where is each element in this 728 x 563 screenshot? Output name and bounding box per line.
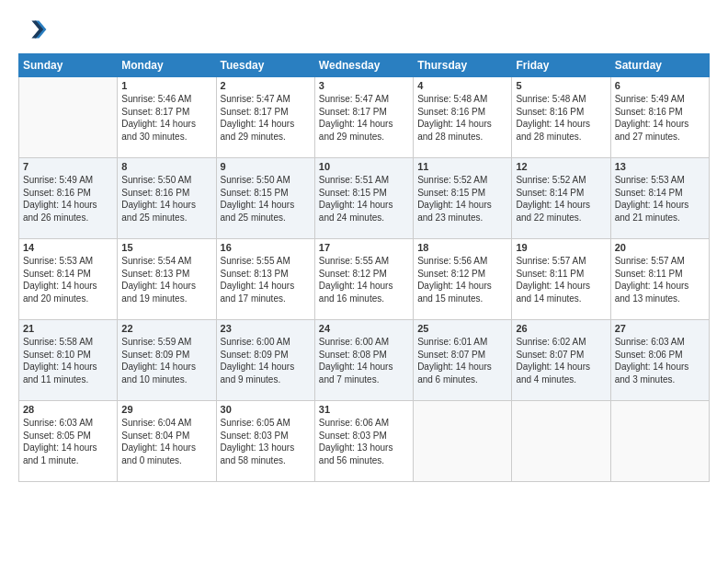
col-header-saturday: Saturday [610,54,709,77]
calendar-table: SundayMondayTuesdayWednesdayThursdayFrid… [18,53,710,482]
cell-content: Sunrise: 6:02 AM Sunset: 8:07 PM Dayligh… [516,336,606,385]
cell-content: Sunrise: 6:00 AM Sunset: 8:08 PM Dayligh… [319,336,409,385]
cell-content: Sunrise: 5:50 AM Sunset: 8:16 PM Dayligh… [121,174,211,224]
cell-content: Sunrise: 6:06 AM Sunset: 8:03 PM Dayligh… [319,417,409,466]
day-number: 23 [221,323,311,334]
col-header-sunday: Sunday [19,54,118,77]
col-header-tuesday: Tuesday [216,54,314,77]
calendar-cell [610,401,709,482]
day-number: 30 [221,404,311,415]
day-number: 29 [121,404,211,415]
cell-content: Sunrise: 5:55 AM Sunset: 8:12 PM Dayligh… [319,255,409,304]
calendar-cell: 16Sunrise: 5:55 AM Sunset: 8:13 PM Dayli… [216,239,314,320]
calendar-cell: 27Sunrise: 6:03 AM Sunset: 8:06 PM Dayli… [610,320,709,401]
calendar-cell: 20Sunrise: 5:57 AM Sunset: 8:11 PM Dayli… [610,239,709,320]
day-number: 9 [221,161,311,172]
cell-content: Sunrise: 5:46 AM Sunset: 8:17 PM Dayligh… [121,93,211,143]
calendar-cell: 1Sunrise: 5:46 AM Sunset: 8:17 PM Daylig… [118,77,216,158]
day-number: 7 [23,161,113,172]
calendar-cell [512,401,610,482]
cell-content: Sunrise: 5:47 AM Sunset: 8:17 PM Dayligh… [221,93,311,143]
calendar-cell: 23Sunrise: 6:00 AM Sunset: 8:09 PM Dayli… [216,320,314,401]
cell-content: Sunrise: 5:53 AM Sunset: 8:14 PM Dayligh… [615,174,705,224]
week-row-3: 14Sunrise: 5:53 AM Sunset: 8:14 PM Dayli… [19,239,710,320]
calendar-cell: 26Sunrise: 6:02 AM Sunset: 8:07 PM Dayli… [512,320,610,401]
col-header-thursday: Thursday [414,54,512,77]
col-header-friday: Friday [512,54,610,77]
day-number: 28 [23,404,113,415]
header [18,15,710,44]
cell-content: Sunrise: 6:04 AM Sunset: 8:04 PM Dayligh… [121,417,211,466]
calendar-cell: 18Sunrise: 5:56 AM Sunset: 8:12 PM Dayli… [414,239,512,320]
day-number: 14 [23,242,113,253]
calendar-cell: 3Sunrise: 5:47 AM Sunset: 8:17 PM Daylig… [314,77,413,158]
cell-content: Sunrise: 5:53 AM Sunset: 8:14 PM Dayligh… [23,255,113,304]
day-number: 13 [615,161,705,172]
calendar-cell: 9Sunrise: 5:50 AM Sunset: 8:15 PM Daylig… [216,158,314,239]
cell-content: Sunrise: 5:51 AM Sunset: 8:15 PM Dayligh… [319,174,409,224]
day-number: 24 [319,323,409,334]
svg-marker-1 [31,20,43,38]
cell-content: Sunrise: 5:54 AM Sunset: 8:13 PM Dayligh… [121,255,211,304]
calendar-cell: 7Sunrise: 5:49 AM Sunset: 8:16 PM Daylig… [19,158,118,239]
calendar-cell: 13Sunrise: 5:53 AM Sunset: 8:14 PM Dayli… [610,158,709,239]
calendar-cell: 17Sunrise: 5:55 AM Sunset: 8:12 PM Dayli… [314,239,413,320]
day-number: 19 [516,242,606,253]
cell-content: Sunrise: 5:52 AM Sunset: 8:15 PM Dayligh… [417,174,507,224]
calendar-cell: 24Sunrise: 6:00 AM Sunset: 8:08 PM Dayli… [314,320,413,401]
calendar-cell: 15Sunrise: 5:54 AM Sunset: 8:13 PM Dayli… [118,239,216,320]
day-number: 2 [221,80,311,91]
cell-content: Sunrise: 6:03 AM Sunset: 8:05 PM Dayligh… [23,417,113,466]
calendar-cell: 2Sunrise: 5:47 AM Sunset: 8:17 PM Daylig… [216,77,314,158]
day-number: 10 [319,161,409,172]
cell-content: Sunrise: 6:01 AM Sunset: 8:07 PM Dayligh… [417,336,507,385]
week-row-4: 21Sunrise: 5:58 AM Sunset: 8:10 PM Dayli… [19,320,710,401]
week-row-2: 7Sunrise: 5:49 AM Sunset: 8:16 PM Daylig… [19,158,710,239]
cell-content: Sunrise: 5:49 AM Sunset: 8:16 PM Dayligh… [23,174,113,224]
calendar-cell: 6Sunrise: 5:49 AM Sunset: 8:16 PM Daylig… [610,77,709,158]
cell-content: Sunrise: 6:03 AM Sunset: 8:06 PM Dayligh… [615,336,705,385]
calendar-cell: 19Sunrise: 5:57 AM Sunset: 8:11 PM Dayli… [512,239,610,320]
calendar-cell: 5Sunrise: 5:48 AM Sunset: 8:16 PM Daylig… [512,77,610,158]
calendar-cell: 21Sunrise: 5:58 AM Sunset: 8:10 PM Dayli… [19,320,118,401]
cell-content: Sunrise: 5:50 AM Sunset: 8:15 PM Dayligh… [221,174,311,224]
page: SundayMondayTuesdayWednesdayThursdayFrid… [0,0,728,491]
cell-content: Sunrise: 5:48 AM Sunset: 8:16 PM Dayligh… [516,93,606,143]
calendar-cell: 11Sunrise: 5:52 AM Sunset: 8:15 PM Dayli… [414,158,512,239]
cell-content: Sunrise: 5:52 AM Sunset: 8:14 PM Dayligh… [516,174,606,224]
day-number: 27 [615,323,705,334]
day-number: 4 [417,80,507,91]
calendar-cell [19,77,118,158]
cell-content: Sunrise: 5:49 AM Sunset: 8:16 PM Dayligh… [615,93,705,143]
col-header-monday: Monday [118,54,216,77]
day-number: 17 [319,242,409,253]
day-number: 16 [221,242,311,253]
cell-content: Sunrise: 5:47 AM Sunset: 8:17 PM Dayligh… [319,93,409,143]
cell-content: Sunrise: 5:48 AM Sunset: 8:16 PM Dayligh… [417,93,507,143]
week-row-1: 1Sunrise: 5:46 AM Sunset: 8:17 PM Daylig… [19,77,710,158]
day-number: 21 [23,323,113,334]
cell-content: Sunrise: 6:00 AM Sunset: 8:09 PM Dayligh… [221,336,311,385]
cell-content: Sunrise: 5:57 AM Sunset: 8:11 PM Dayligh… [516,255,606,304]
day-number: 12 [516,161,606,172]
day-number: 31 [319,404,409,415]
header-row: SundayMondayTuesdayWednesdayThursdayFrid… [19,54,710,77]
cell-content: Sunrise: 5:58 AM Sunset: 8:10 PM Dayligh… [23,336,113,385]
day-number: 20 [615,242,705,253]
logo [18,15,51,44]
col-header-wednesday: Wednesday [314,54,413,77]
calendar-cell: 12Sunrise: 5:52 AM Sunset: 8:14 PM Dayli… [512,158,610,239]
cell-content: Sunrise: 6:05 AM Sunset: 8:03 PM Dayligh… [221,417,311,466]
calendar-cell: 29Sunrise: 6:04 AM Sunset: 8:04 PM Dayli… [118,401,216,482]
cell-content: Sunrise: 5:56 AM Sunset: 8:12 PM Dayligh… [417,255,507,304]
day-number: 5 [516,80,606,91]
calendar-cell: 10Sunrise: 5:51 AM Sunset: 8:15 PM Dayli… [314,158,413,239]
day-number: 3 [319,80,409,91]
day-number: 26 [516,323,606,334]
cell-content: Sunrise: 5:55 AM Sunset: 8:13 PM Dayligh… [221,255,311,304]
day-number: 25 [417,323,507,334]
week-row-5: 28Sunrise: 6:03 AM Sunset: 8:05 PM Dayli… [19,401,710,482]
day-number: 11 [417,161,507,172]
calendar-cell: 4Sunrise: 5:48 AM Sunset: 8:16 PM Daylig… [414,77,512,158]
day-number: 18 [417,242,507,253]
